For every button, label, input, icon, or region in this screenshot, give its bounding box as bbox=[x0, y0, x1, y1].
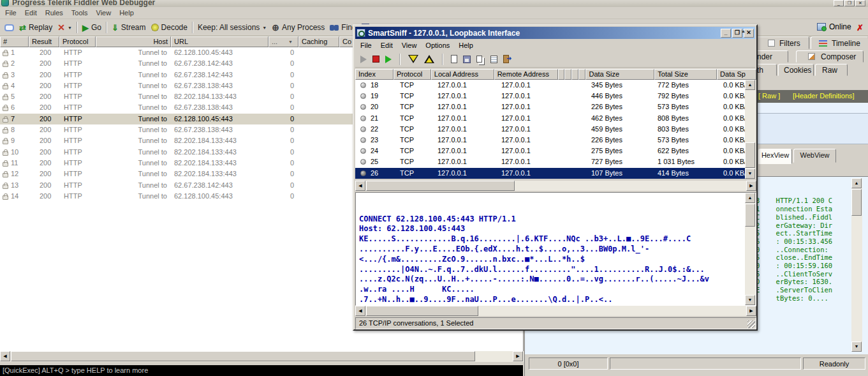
fiddler-minimize-button[interactable]: _ bbox=[834, 0, 844, 6]
session-list-hscrollbar[interactable]: ◀ ▶ bbox=[0, 351, 524, 362]
hexview-vscrollbar[interactable]: ▲ ▼ bbox=[851, 178, 862, 352]
column-header[interactable]: Data Sp bbox=[717, 69, 756, 80]
scrollbar-thumb[interactable] bbox=[745, 204, 755, 227]
smartsniff-menu-item[interactable]: File bbox=[360, 41, 372, 49]
conversation-hscrollbar[interactable]: ◀ ▶ bbox=[355, 181, 756, 191]
scroll-right-icon[interactable]: ▶ bbox=[746, 181, 756, 191]
conversation-row[interactable]: 21 TCP 127.0.0.1 127.0.0.1 462 Bytes 808… bbox=[355, 113, 745, 124]
conversation-row[interactable]: 18 TCP 127.0.0.1 127.0.0.1 345 Bytes 772… bbox=[355, 80, 745, 91]
tab-webview[interactable]: WebView bbox=[793, 149, 836, 163]
column-header[interactable]: Caching bbox=[298, 36, 339, 47]
stop-capture-icon[interactable] bbox=[372, 56, 379, 63]
column-header[interactable]: Host bbox=[96, 36, 171, 47]
any-process-button[interactable]: ⊕Any Process bbox=[269, 22, 327, 33]
keep-sessions-dropdown[interactable]: Keep: All sessions▼ bbox=[195, 22, 269, 33]
conversation-row[interactable]: 25 TCP 127.0.0.1 127.0.0.1 727 Bytes 1 0… bbox=[355, 156, 745, 167]
smartsniff-menu-item[interactable]: Help bbox=[459, 41, 473, 49]
column-header[interactable]: Remote Address bbox=[494, 69, 558, 80]
properties-icon[interactable] bbox=[490, 56, 497, 63]
tab-hexview[interactable]: HexView bbox=[758, 149, 792, 164]
save-file-icon[interactable] bbox=[463, 56, 471, 63]
display-filter-icon[interactable] bbox=[424, 55, 434, 63]
start-capture-icon[interactable] bbox=[360, 56, 367, 63]
tab-composer[interactable]: Composer bbox=[796, 50, 864, 63]
conversation-row[interactable]: 20 TCP 127.0.0.1 127.0.0.1 226 Bytes 573… bbox=[355, 102, 745, 112]
column-header[interactable] bbox=[571, 69, 578, 80]
column-header[interactable]: Index bbox=[355, 69, 394, 80]
fiddler-menu-item[interactable]: View bbox=[96, 9, 112, 17]
fiddler-menu-item[interactable]: Rules bbox=[45, 9, 63, 17]
fiddler-menu-item[interactable]: File bbox=[5, 9, 17, 17]
column-header[interactable]: URL bbox=[171, 36, 268, 47]
scroll-left-icon[interactable]: ◀ bbox=[355, 306, 365, 316]
scroll-up-icon[interactable]: ▲ bbox=[745, 80, 755, 90]
tab-raw[interactable]: Raw bbox=[815, 64, 848, 76]
scroll-down-icon[interactable]: ▼ bbox=[851, 342, 862, 352]
column-header[interactable] bbox=[578, 69, 585, 80]
smartsniff-titlebar[interactable]: SmartSniff - 127.0.0.1, Loopback Interfa… bbox=[355, 27, 755, 39]
column-header[interactable]: Protocol bbox=[59, 36, 96, 47]
remove-sessions-button[interactable]: ✕▼ bbox=[55, 22, 75, 33]
copy-icon[interactable] bbox=[476, 56, 482, 63]
dataview-hscrollbar[interactable]: ◀ ▶ bbox=[355, 306, 756, 316]
exit-icon[interactable] bbox=[503, 55, 509, 63]
column-header[interactable] bbox=[564, 69, 571, 80]
scroll-left-icon[interactable]: ◀ bbox=[0, 351, 10, 361]
resume-capture-icon[interactable] bbox=[385, 56, 392, 63]
scrollbar-thumb[interactable] bbox=[366, 181, 515, 191]
scroll-right-icon[interactable]: ▶ bbox=[746, 306, 756, 316]
scrollbar-thumb[interactable] bbox=[366, 306, 478, 316]
smartsniff-menu-item[interactable]: View bbox=[402, 41, 417, 49]
conversation-row[interactable]: 19 TCP 127.0.0.1 127.0.0.1 446 Bytes 792… bbox=[355, 91, 745, 102]
header-definitions-link[interactable]: [Header Definitions] bbox=[793, 92, 855, 100]
fiddler-maximize-button[interactable]: ❐ bbox=[844, 0, 855, 6]
decode-button[interactable]: Decode bbox=[149, 22, 190, 33]
conversation-row[interactable]: 22 TCP 127.0.0.1 127.0.0.1 459 Bytes 803… bbox=[355, 124, 745, 135]
scrollbar-thumb[interactable] bbox=[851, 189, 862, 216]
conversation-vscrollbar[interactable]: ▲ ▼ bbox=[745, 80, 756, 179]
timeline-icon bbox=[819, 40, 827, 47]
scroll-up-icon[interactable]: ▲ bbox=[745, 193, 755, 203]
tab-cookies[interactable]: Cookies bbox=[778, 64, 814, 76]
column-header[interactable]: # bbox=[0, 36, 29, 47]
column-dropdown-icon[interactable]: ▼ bbox=[288, 40, 293, 44]
scroll-down-icon[interactable]: ▼ bbox=[745, 295, 755, 305]
scroll-down-icon[interactable]: ▼ bbox=[745, 169, 755, 179]
conversation-row[interactable]: 24 TCP 127.0.0.1 127.0.0.1 275 Bytes 622… bbox=[355, 146, 745, 156]
comment-bubble-button[interactable] bbox=[2, 23, 17, 33]
packet-data-view[interactable]: CONNECT 62.128.100.45:443 HTTP/1.1Host: … bbox=[355, 192, 756, 306]
dataview-vscrollbar[interactable]: ▲ ▼ bbox=[745, 193, 756, 305]
online-close-x-icon[interactable]: ✗ bbox=[857, 23, 864, 33]
smartsniff-menu-item[interactable]: Edit bbox=[381, 41, 393, 49]
stream-button[interactable]: ⇓Stream bbox=[109, 22, 149, 34]
scrollbar-thumb[interactable] bbox=[745, 142, 755, 168]
fiddler-menu-item[interactable]: Help bbox=[119, 9, 134, 17]
column-header[interactable]: Total Size bbox=[654, 69, 717, 80]
tab-timeline[interactable]: Timeline bbox=[811, 36, 868, 49]
scrollbar-thumb[interactable] bbox=[11, 351, 475, 361]
capture-filter-icon[interactable] bbox=[408, 55, 418, 63]
clear-file-icon[interactable] bbox=[451, 55, 457, 63]
raw-link[interactable]: [ Raw ] bbox=[758, 92, 780, 100]
replay-button[interactable]: ⇄Replay bbox=[17, 22, 55, 34]
column-header[interactable] bbox=[558, 69, 565, 80]
go-button[interactable]: ▶Go bbox=[80, 22, 104, 34]
column-header[interactable]: Result bbox=[29, 36, 59, 47]
fiddler-close-button[interactable]: ✕ bbox=[855, 0, 865, 6]
column-header[interactable]: Protocol bbox=[394, 69, 431, 80]
scroll-right-icon[interactable]: ▶ bbox=[513, 351, 523, 361]
smartsniff-menu-item[interactable]: Options bbox=[425, 41, 450, 49]
conversation-row[interactable]: 26 TCP 127.0.0.1 127.0.0.1 107 Bytes 414… bbox=[355, 168, 745, 179]
quickexec-bar[interactable]: [QuickExec] ALT+Q > type HELP to learn m… bbox=[0, 365, 523, 376]
minimize-button[interactable]: _ bbox=[721, 29, 731, 38]
column-header[interactable]: Data Size bbox=[585, 69, 654, 80]
resize-grip[interactable] bbox=[747, 320, 755, 328]
scroll-up-icon[interactable]: ▲ bbox=[851, 178, 862, 188]
fiddler-menu-item[interactable]: Edit bbox=[25, 9, 37, 17]
scroll-left-icon[interactable]: ◀ bbox=[355, 181, 365, 191]
online-indicator[interactable]: Online bbox=[817, 22, 851, 31]
column-header[interactable]: Local Address bbox=[431, 69, 494, 80]
fiddler-menu-item[interactable]: Tools bbox=[71, 9, 88, 17]
conversation-row[interactable]: 23 TCP 127.0.0.1 127.0.0.1 226 Bytes 573… bbox=[355, 135, 745, 146]
column-header[interactable]: ... bbox=[268, 36, 298, 47]
